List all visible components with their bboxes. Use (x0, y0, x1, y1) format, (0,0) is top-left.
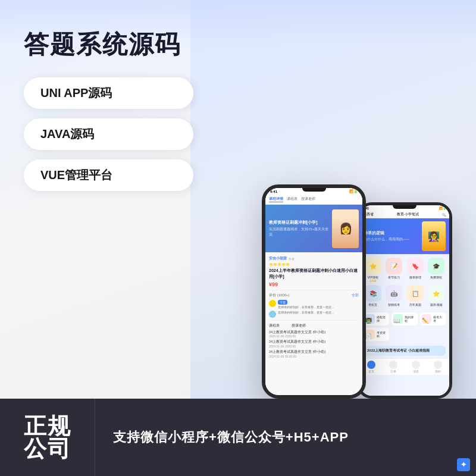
company-label: 正规公司 (24, 415, 71, 460)
category-label: 教育·小学笔试 (397, 212, 419, 217)
bottom-left-block: 正规公司 (0, 399, 95, 476)
promo-text: 2022上海职教育考试考证 小白超准指南 (367, 349, 430, 352)
message-icon (412, 361, 420, 369)
icon-material[interactable]: 📄 考资资料 (364, 328, 389, 341)
status-time-left: 9:41 (270, 190, 277, 193)
phone-notch-right (393, 205, 416, 209)
nav-message[interactable]: 消息 (412, 361, 420, 373)
icon-treasure[interactable]: 📚 考拓宝 (364, 285, 383, 306)
phone-notch-left (302, 188, 326, 192)
icon-grid: ⭐ VIP课程1/249 📝 章节练习 🔖 微章察理 (360, 254, 449, 310)
left-panel: 答题系统源码 UNI APP源码 JAVA源码 VUE管理平台 (0, 0, 238, 399)
order-icon (389, 361, 397, 369)
page-title: 答题系统源码 (24, 30, 220, 60)
phone-left-content: 安吉小甜甜 作者 🌟🌟🌟🌟🌟 2024上半年教师资格证刷题冲刺小白速用小白速用[… (265, 252, 362, 395)
course-rating: 🌟🌟🌟🌟🌟 (269, 262, 359, 266)
phone-right-banner: 种草的逻辑 为什么分什么，用用用的—— 👩‍🏫 (360, 218, 449, 254)
nav-home[interactable]: 首页 (367, 361, 375, 373)
phone-left-banner: 教师资格证刷题冲刺[小学] 实况刷题通题精准，支持15+题关关攻克 👩 (265, 205, 362, 252)
main-container: 答题系统源码 UNI APP源码 JAVA源码 VUE管理平台 (0, 0, 476, 476)
schedule-header: 课程表 授课老师 (269, 323, 359, 328)
phone-right-screen: 9:41 📶🔋 陕西省 教育·小学笔试 🔍 种草的逻辑 (360, 205, 449, 396)
phone-left-screen: 9:41 📶🔋 课程详情 课程表 授课老师 (265, 188, 362, 395)
tab-teacher[interactable]: 授课老师 (301, 196, 315, 202)
banner-sub-text: 实况刷题通题精准，支持15+题关关攻克 (269, 227, 332, 237)
reviewer-avatar-2 (269, 311, 276, 318)
banner-title-text: 教师资格证刷题冲刺[小学] (269, 220, 332, 226)
icon-free[interactable]: 🎓 免费课程 (427, 258, 446, 283)
icon-vip[interactable]: ⭐ VIP课程1/249 (364, 258, 383, 283)
tab-course-detail[interactable]: 课程详情 (269, 196, 283, 202)
reviewer-avatar-1 (269, 300, 276, 307)
tab-schedule[interactable]: 课程表 (287, 196, 298, 202)
tab-bar-left: 课程详情 课程表 授课老师 (265, 195, 362, 205)
reviews-label: 评价 (1000+) (269, 293, 290, 298)
icon-mycourse[interactable]: 📖 我的课程 (392, 312, 417, 325)
search-icon-right[interactable]: 🔍 (442, 213, 446, 217)
schedule-section: 课程表 授课老师 24上教资考试真题作文立意 (中小幼) 2024.01-06-… (269, 323, 359, 359)
icon-smart[interactable]: 🤖 智能练考 (385, 285, 404, 306)
banner-image-right: 👩‍🏫 (422, 221, 446, 251)
icon-chapter[interactable]: 📝 章节练习 (385, 258, 404, 283)
review-section: 评价 (1000+) 全部 干货 老师讲的特别好，非 (269, 293, 359, 318)
status-icons-left: 📶🔋 (349, 189, 358, 193)
course-price: ¥99 (269, 281, 359, 287)
schedule-item-3: 24上教资考试真题作文立意 (中小幼) 2024.01-26 30:00,00 (269, 350, 359, 359)
phone-right: 9:41 📶🔋 陕西省 教育·小学笔试 🔍 种草的逻辑 (357, 202, 452, 399)
promo-banner-right: 2022上海职教育考试考证 小白超准指南 (364, 346, 446, 356)
feature-item-uni: UNI APP源码 (24, 77, 193, 109)
feature-list: UNI APP源码 JAVA源码 VUE管理平台 (24, 77, 220, 191)
right-panel: 9:41 📶🔋 课程详情 课程表 授课老师 (238, 0, 476, 399)
home-icon (367, 361, 375, 369)
review-item-1: 干货 老师讲的特别好，非常推荐，意里一把还... (269, 300, 359, 309)
teacher-name: 安吉小甜甜 (269, 256, 287, 261)
nav-order[interactable]: 订单 (389, 361, 397, 373)
icon-badge[interactable]: 🔖 微章察理 (406, 258, 425, 283)
review-item-2: 老师讲的特别好，非常推荐，意里一把还... (269, 311, 359, 318)
bottom-right-block: 支持微信小程序+微信公众号+H5+APP (95, 428, 476, 446)
reviews-all[interactable]: 全部 (352, 293, 359, 298)
top-section: 答题系统源码 UNI APP源码 JAVA源码 VUE管理平台 (0, 0, 476, 399)
status-icons-right: 📶🔋 (439, 206, 446, 210)
nav-profile[interactable]: 我的 (434, 361, 442, 373)
bottom-logo: ✦ (457, 458, 470, 471)
icon-history[interactable]: 📋 历年真题 (406, 285, 425, 306)
phone-right-top-nav: 陕西省 教育·小学笔试 🔍 (360, 211, 449, 218)
phone-wrapper: 9:41 📶🔋 课程详情 课程表 授课老师 (262, 184, 452, 399)
mid-icons-row: 👨‍🏫 搭配老师 📖 我的课程 (360, 310, 449, 343)
support-text: 支持微信小程序+微信公众号+H5+APP (113, 428, 349, 446)
divider-2 (269, 320, 359, 321)
profile-icon (434, 361, 442, 369)
icon-template[interactable]: ⭐ 题库·模板 (427, 285, 446, 306)
phone-left: 9:41 📶🔋 课程详情 课程表 授课老师 (262, 184, 366, 399)
schedule-item-2: 24上教资考试真题作文立意 (中小幼) 2024.01-26-2020:06 (269, 340, 359, 349)
banner-avatar: 👩 (332, 209, 359, 248)
icon-teacher[interactable]: 👨‍🏫 搭配老师 (364, 312, 389, 325)
phone-right-bottom-nav: 首页 订单 消息 我的 (360, 358, 449, 375)
course-title: 2024上半年教师资格证刷题冲刺小白速用小白速用[小学] (269, 268, 359, 280)
feature-item-java: JAVA源码 (24, 118, 193, 150)
feature-item-vue: VUE管理平台 (24, 159, 193, 191)
icon-mock[interactable]: ✏️ 模考大考 (420, 312, 446, 325)
bottom-bar: 正规公司 支持微信小程序+微信公众号+H5+APP ✦ (0, 399, 476, 476)
divider-1 (269, 290, 359, 290)
banner-title-right: 种草的逻辑 为什么分什么，用用用的—— (364, 230, 419, 242)
schedule-item-1: 24上教资考试真题作文立意 (中小幼) 2024.01-06-2020:06 (269, 330, 359, 339)
